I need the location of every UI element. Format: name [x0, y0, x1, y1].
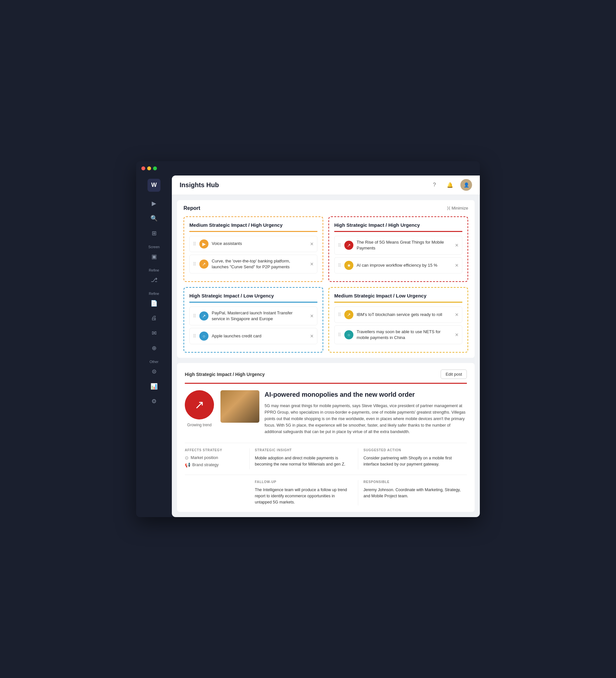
followup-row: FALLOW-UP The Intelligence team will pro…: [185, 475, 467, 505]
avatar[interactable]: 👤: [460, 179, 472, 191]
news-item-voice: ⠿ ▶ Voice assistants ✕: [189, 236, 317, 252]
news-text-curve: Curve, the 'over-the-top' banking platfo…: [212, 258, 307, 270]
affects-strategy-col: AFFECTS STRATEGY ⊙ Market position 📢 Bra…: [185, 448, 250, 469]
sidebar-item-grid[interactable]: ⊞: [148, 227, 161, 240]
detail-divider: [185, 383, 467, 384]
sidebar-refine-label2: Refine: [149, 292, 159, 296]
news-item-curve: ⠿ ↗ Curve, the 'over-the-top' banking pl…: [189, 255, 317, 273]
quadrant-grid: Medium Strategic Impact / High Urgency ⠿…: [183, 216, 468, 353]
news-item-nets: ⠿ ○ Travellers may soon be able to use N…: [334, 325, 462, 344]
top-bar-actions: ? 🔔 👤: [429, 179, 472, 191]
sidebar-screen-label: Screen: [149, 245, 160, 249]
market-position-item: ⊙ Market position: [185, 455, 244, 460]
app-layout: W ▶ 🔍 ⊞ Screen ▣ Refine ⎇ Refine 📄 🖨 ✉ ⊕…: [136, 176, 480, 517]
quadrant-high-high: High Strategic Impact / High Urgency ⠿ ↗…: [328, 216, 468, 282]
news-item-ibm: ⠿ ↗ IBM's IoT blockchain service gets re…: [334, 307, 462, 323]
close-paypal[interactable]: ✕: [310, 313, 314, 318]
followup-col: FALLOW-UP The Intelligence team will pro…: [250, 480, 358, 505]
news-text-5g: The Rise of 5G Means Great Things for Mo…: [357, 239, 452, 251]
bell-icon[interactable]: 🔔: [445, 180, 455, 190]
article-image-inner: [220, 390, 259, 423]
badge-ai: ★: [344, 261, 354, 270]
badge-nets: ○: [344, 330, 354, 339]
target-icon: ⊙: [185, 455, 189, 460]
app-window: W ▶ 🔍 ⊞ Screen ▣ Refine ⎇ Refine 📄 🖨 ✉ ⊕…: [136, 161, 480, 517]
badge-paypal: ↗: [199, 311, 208, 321]
drag-handle-paypal[interactable]: ⠿: [193, 313, 196, 318]
sidebar-item-play[interactable]: ▶: [148, 197, 161, 210]
article-image: [220, 390, 259, 423]
quadrant-medium-low: Medium Strategic Impact / Low Urgency ⠿ …: [328, 287, 468, 353]
badge-apple: ○: [199, 332, 208, 341]
sidebar-item-mail[interactable]: ✉: [148, 327, 161, 340]
news-text-ibm: IBM's IoT blockchain service gets ready …: [357, 312, 452, 317]
drag-handle-curve[interactable]: ⠿: [193, 261, 196, 267]
sidebar: W ▶ 🔍 ⊞ Screen ▣ Refine ⎇ Refine 📄 🖨 ✉ ⊕…: [136, 176, 172, 517]
drag-handle[interactable]: ⠿: [193, 241, 196, 247]
badge-voice: ▶: [199, 239, 208, 249]
sidebar-item-print[interactable]: 🖨: [148, 312, 161, 325]
news-text-nets: Travellers may soon be able to use NETS …: [357, 329, 452, 341]
sidebar-item-search[interactable]: 🔍: [148, 212, 161, 225]
close-nets[interactable]: ✕: [455, 332, 459, 337]
title-bar: [136, 161, 480, 176]
quadrant-medium-high-title: Medium Strategic Impact / High Urgency: [189, 222, 317, 232]
minimize-dot[interactable]: [147, 166, 151, 170]
followup-spacer: [185, 480, 250, 505]
drag-handle-nets[interactable]: ⠿: [338, 332, 341, 337]
brand-strategy-item: 📢 Brand strategy: [185, 462, 244, 467]
detail-body: ↗ Growing trend AI-powered monopolies an…: [185, 390, 467, 435]
followup-label: FALLOW-UP: [255, 480, 353, 484]
sidebar-item-screen[interactable]: ▣: [148, 250, 161, 263]
article-title: AI-powered monopolies and the new world …: [264, 390, 467, 399]
news-item-5g: ⠿ ↗ The Rise of 5G Means Great Things fo…: [334, 236, 462, 255]
strategic-insight-col: STRATEGIC INSIGHT Mobile adoption and di…: [250, 448, 358, 469]
sidebar-item-doc[interactable]: 📄: [148, 297, 161, 310]
suggested-action-label: SUGGESTED ACTION: [363, 448, 467, 452]
strategic-insight-text: Mobile adoption and direct mobile paymen…: [255, 455, 353, 467]
sidebar-item-layers[interactable]: ⊜: [148, 365, 161, 378]
sidebar-item-settings[interactable]: ⚙: [148, 395, 161, 408]
quadrant-medium-low-title: Medium Strategic Impact / Low Urgency: [334, 293, 462, 303]
close-5g[interactable]: ✕: [455, 243, 459, 248]
drag-handle-ai[interactable]: ⠿: [338, 263, 341, 268]
brand-strategy-text: Brand strategy: [192, 463, 218, 467]
close-apple[interactable]: ✕: [310, 334, 314, 339]
help-icon[interactable]: ?: [429, 180, 440, 190]
badge-ibm: ↗: [344, 310, 354, 319]
close-curve[interactable]: ✕: [310, 261, 314, 267]
responsible-col: RESPONSIBLE Jeremy Johnson. Coordinate w…: [358, 480, 467, 505]
responsible-label: RESPONSIBLE: [363, 480, 467, 484]
article-body: 5G may mean great things for mobile paym…: [264, 403, 467, 435]
minimize-label: Minimize: [452, 206, 468, 211]
close-voice[interactable]: ✕: [310, 241, 314, 247]
report-title: Report: [183, 205, 200, 211]
minimize-button[interactable]: ⟩⟨ Minimize: [447, 206, 468, 211]
sidebar-refine-label1: Refine: [149, 268, 159, 272]
detail-section: High Strategic Impact / High Urgency Edi…: [177, 363, 475, 512]
megaphone-icon: 📢: [185, 462, 190, 467]
main-content: Insights Hub ? 🔔 👤 Report ⟩⟨ Minimize: [172, 176, 480, 517]
drag-handle-apple[interactable]: ⠿: [193, 334, 196, 339]
sidebar-item-chart[interactable]: 📊: [148, 380, 161, 393]
trend-label: Growing trend: [187, 423, 211, 427]
quadrant-high-high-title: High Strategic Impact / High Urgency: [334, 222, 462, 232]
sidebar-item-refine1[interactable]: ⎇: [148, 273, 161, 287]
detail-icon-area: ↗ Growing trend: [185, 390, 214, 435]
strategy-row: AFFECTS STRATEGY ⊙ Market position 📢 Bra…: [185, 443, 467, 469]
news-text-ai: AI can improve workflow efficiency by 15…: [357, 262, 452, 268]
close-dot[interactable]: [141, 166, 145, 170]
sidebar-other-label: Other: [150, 360, 159, 364]
close-ibm[interactable]: ✕: [455, 312, 459, 317]
edit-post-button[interactable]: Edit post: [441, 370, 467, 379]
minimize-icon: ⟩⟨: [447, 206, 450, 211]
badge-5g: ↗: [344, 241, 354, 250]
sidebar-item-globe[interactable]: ⊕: [148, 342, 161, 354]
drag-handle-ibm[interactable]: ⠿: [338, 312, 341, 317]
sidebar-logo: W: [148, 179, 161, 192]
close-ai[interactable]: ✕: [455, 263, 459, 268]
maximize-dot[interactable]: [153, 166, 157, 170]
news-text-apple: Apple launches credit card: [212, 333, 307, 339]
followup-text: The Intelligence team will produce a fol…: [255, 487, 353, 505]
drag-handle-5g[interactable]: ⠿: [338, 243, 341, 248]
